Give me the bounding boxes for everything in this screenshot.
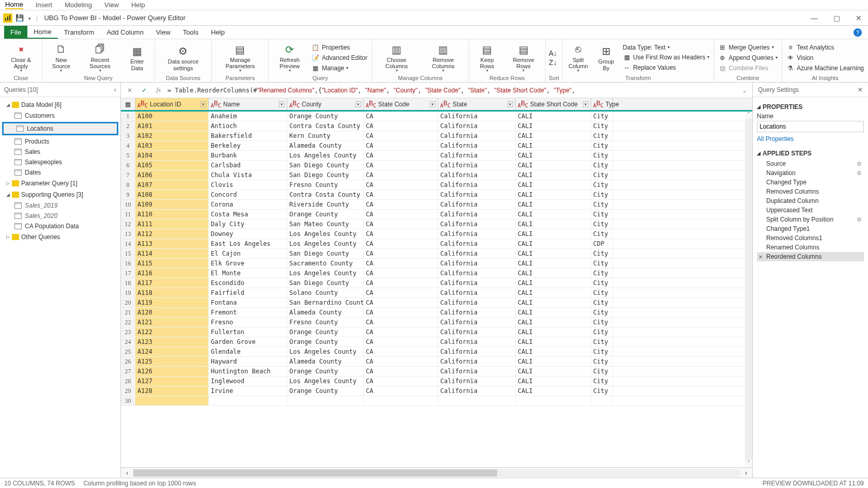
query-item[interactable]: Products [0,136,120,147]
table-cell[interactable]: Fairfield [209,288,287,297]
table-cell[interactable]: California [438,200,516,209]
column-header-state-code[interactable]: ABCState Code▾ [364,98,438,110]
table-row[interactable]: 18A117EscondidoSan Diego CountyCACalifor… [121,278,752,288]
table-cell[interactable]: CALI [516,259,591,268]
table-cell[interactable]: City [591,259,613,268]
table-row[interactable]: 2A101AntiochContra Costa CountyCACalifor… [121,121,752,131]
table-cell[interactable]: City [591,318,613,327]
table-cell[interactable]: A106 [135,170,209,180]
applied-step[interactable]: Removed Columns1 [757,233,864,243]
applied-step[interactable]: Removed Columns [757,187,864,196]
table-cell[interactable]: CA [364,190,438,199]
table-cell[interactable]: CA [364,347,438,356]
table-cell[interactable]: CA [364,180,438,190]
table-cell[interactable]: California [438,298,516,307]
table-cell[interactable]: CALI [516,337,591,347]
table-cell[interactable]: California [438,357,516,366]
table-cell[interactable]: CA [364,367,438,376]
table-cell[interactable]: CA [364,112,438,121]
formula-input[interactable]: = Table.ReorderColumns(#"Renamed Columns… [167,87,737,94]
table-cell[interactable]: CA [364,131,438,140]
applied-step[interactable]: Uppercased Text [757,206,864,215]
table-cell[interactable]: A101 [135,121,209,131]
table-cell[interactable]: CALI [516,170,591,180]
refresh-preview-button[interactable]: ⟳Refresh Preview▾ [272,41,307,74]
applied-step[interactable]: Navigation⚙ [757,168,864,178]
table-cell[interactable]: Glendale [209,347,287,356]
query-folder[interactable]: ▷Other Queries [0,231,120,243]
table-cell[interactable]: CALI [516,200,591,209]
table-cell[interactable]: CA [364,337,438,347]
tab-transform[interactable]: Transform [58,26,101,39]
table-cell[interactable]: City [591,121,613,131]
applied-step[interactable]: Duplicated Column [757,196,864,206]
table-cell[interactable]: CA [364,259,438,268]
table-row[interactable]: 28A127InglewoodLos Angeles CountyCACalif… [121,376,752,386]
table-row[interactable]: 13A112DowneyLos Angeles CountyCACaliforn… [121,229,752,239]
query-item[interactable]: Sales_2020 [0,211,120,221]
table-cell[interactable]: City [591,347,613,356]
table-cell[interactable]: Los Angeles County [287,269,364,278]
table-cell[interactable]: City [591,141,613,150]
table-cell[interactable]: A113 [135,239,209,248]
menu-help[interactable]: Help [131,1,145,9]
step-gear-icon[interactable]: ⚙ [857,161,862,167]
query-item[interactable]: CA Population Data [0,221,120,231]
table-cell[interactable]: Fullerton [209,327,287,337]
split-column-button[interactable]: ⎋Split Column▾ [566,41,591,74]
table-cell[interactable]: CA [364,141,438,150]
minimize-button[interactable]: — [808,13,821,23]
table-cell[interactable]: CALI [516,161,591,170]
table-cell[interactable]: Orange County [287,327,364,337]
table-cell[interactable]: CALI [516,131,591,140]
table-cell[interactable]: A109 [135,200,209,209]
table-row[interactable]: 9A108ConcordContra Costa CountyCACalifor… [121,190,752,200]
table-cell[interactable]: CA [364,278,438,288]
table-cell[interactable]: A108 [135,190,209,199]
table-row[interactable]: 29A128IrvineOrange CountyCACaliforniaCAL… [121,386,752,396]
scroll-down-icon[interactable]: ˇ [745,460,752,467]
table-cell[interactable]: CA [364,229,438,239]
table-cell[interactable]: CALI [516,367,591,376]
help-icon[interactable]: ? [854,28,862,37]
table-cell[interactable]: Orange County [287,112,364,121]
table-row[interactable]: 11A110Costa MesaOrange CountyCACaliforni… [121,210,752,219]
table-cell[interactable]: City [591,219,613,229]
column-header-state-short-code[interactable]: ABCState Short Code▾ [516,98,591,110]
query-item[interactable]: Dates [0,167,120,178]
table-cell[interactable]: CALI [516,219,591,229]
table-cell[interactable]: City [591,249,613,258]
table-cell[interactable]: A112 [135,229,209,239]
table-row[interactable]: 21A120FremontAlameda CountyCACaliforniaC… [121,308,752,318]
table-cell[interactable]: CALI [516,121,591,131]
table-cell[interactable]: CDP [591,239,613,248]
table-cell[interactable]: City [591,210,613,219]
table-cell[interactable]: California [438,337,516,347]
tab-tools[interactable]: Tools [177,26,205,39]
query-item[interactable]: Sales [0,147,120,157]
step-gear-icon[interactable]: ⚙ [857,216,862,223]
table-row[interactable]: 15A114El CajonSan Diego CountyCACaliforn… [121,249,752,259]
table-cell[interactable]: California [438,219,516,229]
table-cell[interactable]: Alameda County [287,141,364,150]
table-cell[interactable]: City [591,200,613,209]
table-cell[interactable]: California [438,278,516,288]
formula-commit-button[interactable]: ✓ [138,85,150,96]
close-window-button[interactable]: ✕ [853,13,865,23]
applied-step[interactable]: Changed Type [757,178,864,187]
table-row[interactable]: 7A106Chula VistaSan Diego CountyCACalifo… [121,170,752,180]
table-cell[interactable]: Anaheim [209,112,287,121]
table-row[interactable]: 27A126Huntington BeachOrange CountyCACal… [121,367,752,376]
table-cell[interactable]: California [438,376,516,386]
table-cell[interactable]: A119 [135,298,209,307]
table-cell[interactable]: San Diego County [287,161,364,170]
table-row[interactable]: 4A103BerkeleyAlameda CountyCACaliforniaC… [121,141,752,151]
menu-view[interactable]: View [104,1,119,9]
table-cell[interactable]: A102 [135,131,209,140]
table-cell[interactable]: City [591,161,613,170]
query-folder[interactable]: ▷Parameter Query [1] [0,178,120,189]
table-cell[interactable]: El Monte [209,269,287,278]
table-cell[interactable]: CALI [516,318,591,327]
scroll-left-icon[interactable]: ‹ [121,469,133,477]
table-cell[interactable]: Solano County [287,288,364,297]
